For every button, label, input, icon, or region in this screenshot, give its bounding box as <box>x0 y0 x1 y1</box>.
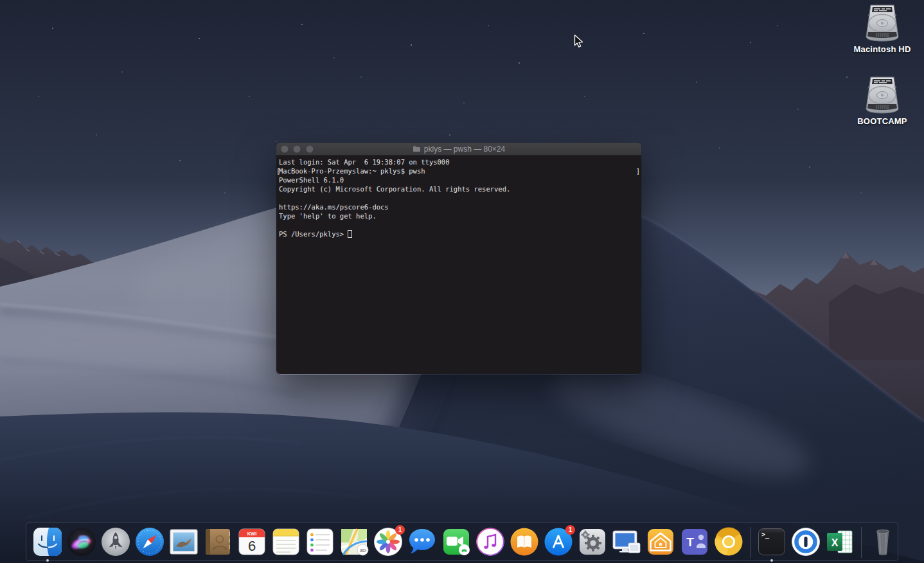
dock-item-teams[interactable]: T <box>680 527 709 557</box>
terminal-cursor <box>348 230 351 238</box>
hard-drive-icon <box>862 76 903 114</box>
svg-text:KWI: KWI <box>247 531 257 537</box>
running-indicator <box>770 559 773 562</box>
dock-item-books[interactable] <box>510 527 539 557</box>
trash-icon <box>868 527 898 557</box>
chrome-canary-icon <box>714 527 743 557</box>
minimize-button[interactable] <box>293 145 301 153</box>
terminal-prompt-line[interactable]: PS /Users/pklys> <box>276 229 641 238</box>
siri-icon <box>67 527 96 557</box>
window-title: pklys — pwsh — 80×24 <box>424 143 505 156</box>
zoom-button[interactable] <box>306 145 314 153</box>
terminal-line: PowerShell 6.1.0 <box>276 175 641 184</box>
close-button[interactable] <box>281 145 289 153</box>
svg-text:>_: >_ <box>761 531 770 539</box>
mouse-cursor <box>574 34 584 48</box>
onepassword-icon <box>791 527 821 557</box>
safari-icon <box>135 527 164 557</box>
dock-item-facetime[interactable] <box>441 527 471 557</box>
teams-icon: T <box>680 527 709 557</box>
system-preferences-icon <box>578 527 607 557</box>
dock-item-chrome-canary[interactable] <box>714 527 743 557</box>
volume-label[interactable]: Macintosh HD <box>844 44 921 54</box>
terminal-line: Copyright (c) Microsoft Corporation. All… <box>276 184 641 193</box>
itunes-icon <box>475 527 505 557</box>
books-icon <box>510 527 539 557</box>
terminal-line <box>276 220 641 229</box>
svg-text:X: X <box>831 537 839 548</box>
terminal-window[interactable]: pklys — pwsh — 80×24 Last login: Sat Apr… <box>276 143 641 375</box>
svg-text:3D: 3D <box>359 548 366 553</box>
dock-item-1password[interactable] <box>791 527 821 557</box>
proxy-folder-icon <box>413 145 421 152</box>
traffic-lights <box>281 145 314 153</box>
dock-item-appstore[interactable]: 1 <box>544 527 573 557</box>
svg-text:T: T <box>686 535 694 549</box>
terminal-line <box>276 193 641 202</box>
dock[interactable]: KWI 6 3D <box>26 523 898 561</box>
dock-item-siri[interactable] <box>67 527 96 557</box>
contacts-icon <box>203 527 233 557</box>
running-indicator <box>46 559 49 562</box>
dock-item-finder[interactable] <box>33 527 62 557</box>
shell-mark-close: ] <box>636 166 640 175</box>
dock-separator <box>750 527 751 558</box>
notes-icon <box>271 527 301 557</box>
terminal-icon: >_ <box>757 527 786 557</box>
dock-item-itunes[interactable] <box>475 527 505 557</box>
calendar-icon: KWI 6 <box>237 527 267 557</box>
dock-item-contacts[interactable] <box>203 527 233 557</box>
dock-item-maps[interactable]: 3D <box>339 527 369 557</box>
volume-label[interactable]: BOOTCAMP <box>844 116 921 126</box>
window-title-group: pklys — pwsh — 80×24 <box>413 143 505 156</box>
terminal-content[interactable]: Last login: Sat Apr 6 19:38:07 on ttys00… <box>276 156 641 374</box>
terminal-line: Type 'help' to get help. <box>276 211 641 220</box>
terminal-titlebar[interactable]: pklys — pwsh — 80×24 <box>276 143 641 156</box>
dock-item-notes[interactable] <box>271 527 301 557</box>
shell-mark-open: [ <box>276 166 280 175</box>
terminal-line: Last login: Sat Apr 6 19:38:07 on ttys00… <box>276 157 641 166</box>
svg-text:6: 6 <box>248 538 256 554</box>
terminal-line: https://aka.ms/pscore6-docs <box>276 202 641 211</box>
hard-drive-icon <box>862 4 903 42</box>
reminders-icon <box>305 527 335 557</box>
launchpad-icon <box>101 527 130 557</box>
dock-item-trash[interactable] <box>868 527 898 557</box>
dock-item-screen-sharing[interactable] <box>612 527 641 557</box>
dock-item-calendar[interactable]: KWI 6 <box>237 527 267 557</box>
desktop[interactable]: { "desktop": { "volumes": [ {"label": "M… <box>0 0 924 563</box>
mail-icon <box>169 527 199 557</box>
screen-sharing-icon <box>612 527 641 557</box>
notification-badge: 1 <box>395 525 405 535</box>
maps-icon: 3D <box>339 527 369 557</box>
dock-item-photos[interactable]: 1 <box>373 527 403 557</box>
finder-icon <box>33 527 62 557</box>
dock-item-reminders[interactable] <box>305 527 335 557</box>
dock-item-mail[interactable] <box>169 527 199 557</box>
terminal-line: [MacBook-Pro-Przemyslaw:~ pklys$ pwsh] <box>276 166 641 175</box>
desktop-icon-macintosh-hd[interactable]: Macintosh HD <box>844 4 921 54</box>
messages-icon <box>407 527 437 557</box>
dock-item-safari[interactable] <box>135 527 164 557</box>
dock-item-system-preferences[interactable] <box>578 527 607 557</box>
dock-item-messages[interactable] <box>407 527 437 557</box>
home-icon <box>646 527 675 557</box>
dock-item-excel[interactable]: X <box>825 527 855 557</box>
excel-icon: X <box>825 527 855 557</box>
dock-item-launchpad[interactable] <box>101 527 130 557</box>
dock-separator <box>861 527 862 558</box>
dock-item-terminal[interactable]: >_ <box>757 527 786 557</box>
facetime-icon <box>441 527 471 557</box>
notification-badge: 1 <box>565 525 575 535</box>
desktop-icon-bootcamp[interactable]: BOOTCAMP <box>844 76 921 126</box>
dock-item-home[interactable] <box>646 527 675 557</box>
